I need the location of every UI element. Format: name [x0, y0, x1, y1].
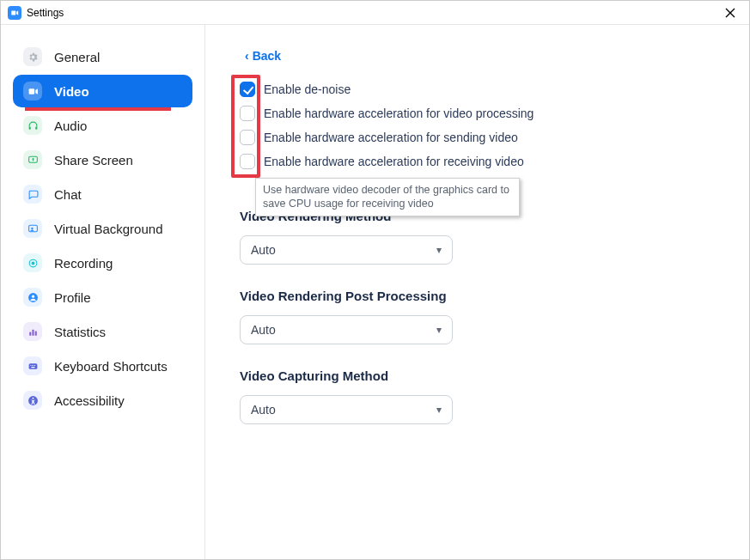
- chevron-left-icon: ‹: [245, 49, 249, 63]
- select-video-rendering-method[interactable]: Auto ▾: [240, 235, 453, 265]
- sidebar-item-audio[interactable]: Audio: [13, 109, 192, 142]
- check-row-denoise: Enable de-noise: [240, 82, 715, 97]
- svg-point-15: [30, 364, 31, 365]
- section-video-capturing-method: Video Capturing Method Auto ▾: [240, 368, 715, 424]
- sidebar-item-label: Profile: [54, 290, 91, 305]
- settings-window: Settings General Video: [0, 0, 750, 560]
- close-icon: [725, 8, 735, 18]
- checkbox-denoise[interactable]: [240, 82, 255, 97]
- profile-icon: [23, 288, 42, 307]
- checkbox-hw-sending[interactable]: [240, 130, 255, 145]
- gear-icon: [23, 47, 42, 66]
- sidebar-item-label: General: [54, 50, 100, 64]
- video-icon: [23, 82, 42, 100]
- tooltip-hw-receiving: Use hardware video decoder of the graphi…: [255, 178, 520, 216]
- titlebar: Settings: [1, 1, 749, 25]
- checkbox-hw-receiving[interactable]: [240, 154, 255, 169]
- titlebar-left: Settings: [8, 6, 64, 20]
- sidebar-item-share-screen[interactable]: Share Screen: [13, 143, 192, 176]
- chevron-down-icon: ▾: [436, 324, 442, 336]
- sidebar-item-virtual-background[interactable]: Virtual Background: [13, 212, 192, 245]
- section-heading: Video Rendering Post Processing: [240, 289, 715, 303]
- svg-rect-14: [28, 363, 37, 369]
- svg-rect-19: [31, 367, 34, 368]
- svg-rect-11: [29, 332, 31, 335]
- check-row-hw-sending: Enable hardware acceleration for sending…: [240, 130, 715, 145]
- checkbox-label: Enable hardware acceleration for receivi…: [264, 155, 524, 168]
- section-video-rendering-post-processing: Video Rendering Post Processing Auto ▾: [240, 289, 715, 344]
- checkbox-hw-processing[interactable]: [240, 106, 255, 121]
- checkbox-label: Enable hardware acceleration for video p…: [264, 107, 534, 120]
- svg-rect-3: [35, 126, 37, 129]
- select-value: Auto: [251, 403, 276, 417]
- sidebar-item-general[interactable]: General: [13, 40, 192, 73]
- checkbox-group: Enable de-noise Enable hardware accelera…: [240, 82, 715, 169]
- chevron-down-icon: ▾: [436, 404, 442, 416]
- section-video-rendering-method: Video Rendering Method Auto ▾: [240, 209, 715, 265]
- sidebar-item-label: Chat: [54, 187, 82, 202]
- sidebar-item-recording[interactable]: Recording: [13, 247, 192, 279]
- sidebar-item-statistics[interactable]: Statistics: [13, 315, 192, 348]
- sidebar-item-label: Recording: [54, 256, 113, 271]
- sidebar-item-label: Virtual Background: [54, 222, 162, 236]
- sidebar-item-label: Keyboard Shortcuts: [54, 359, 168, 374]
- sidebar-item-video[interactable]: Video: [13, 75, 192, 107]
- recording-icon: [23, 253, 42, 272]
- headphones-icon: [23, 116, 42, 135]
- sidebar-item-label: Statistics: [54, 325, 106, 339]
- close-button[interactable]: [718, 1, 742, 25]
- svg-point-17: [33, 364, 34, 365]
- svg-rect-12: [32, 329, 34, 335]
- statistics-icon: [23, 322, 42, 341]
- sidebar-item-accessibility[interactable]: Accessibility: [13, 384, 192, 417]
- svg-rect-1: [28, 88, 34, 94]
- svg-point-8: [31, 261, 34, 265]
- sidebar-item-label: Accessibility: [54, 393, 125, 408]
- sidebar: General Video Audio Share Screen: [1, 25, 205, 559]
- checkbox-label: Enable de-noise: [264, 82, 351, 96]
- sidebar-item-label: Video: [54, 84, 89, 99]
- chevron-down-icon: ▾: [436, 244, 442, 256]
- svg-point-10: [31, 295, 34, 297]
- select-value: Auto: [251, 323, 276, 337]
- sidebar-item-keyboard-shortcuts[interactable]: Keyboard Shortcuts: [13, 350, 192, 382]
- body: General Video Audio Share Screen: [1, 25, 749, 559]
- svg-point-16: [31, 364, 32, 365]
- svg-rect-0: [11, 10, 15, 15]
- select-video-capturing-method[interactable]: Auto ▾: [240, 395, 453, 424]
- virtual-bg-icon: [23, 219, 42, 238]
- chat-icon: [23, 185, 42, 204]
- sidebar-item-label: Audio: [54, 119, 87, 133]
- select-video-rendering-post-processing[interactable]: Auto ▾: [240, 315, 453, 344]
- back-label: Back: [253, 49, 281, 63]
- window-title: Settings: [27, 7, 64, 19]
- select-value: Auto: [251, 243, 276, 257]
- keyboard-icon: [23, 356, 42, 375]
- app-icon: [8, 6, 21, 20]
- svg-rect-13: [34, 331, 36, 335]
- section-heading: Video Capturing Method: [240, 368, 715, 383]
- svg-point-6: [31, 227, 33, 228]
- sidebar-item-profile[interactable]: Profile: [13, 281, 192, 313]
- share-screen-icon: [23, 150, 42, 169]
- sidebar-item-chat[interactable]: Chat: [13, 178, 192, 210]
- svg-point-18: [34, 364, 35, 365]
- accessibility-icon: [23, 391, 42, 410]
- main-panel: ‹ Back Enable de-noise Enable hardware a…: [205, 25, 749, 559]
- checkbox-label: Enable hardware acceleration for sending…: [264, 131, 518, 144]
- svg-point-21: [32, 397, 34, 399]
- check-row-hw-processing: Enable hardware acceleration for video p…: [240, 106, 715, 121]
- check-row-hw-receiving: Enable hardware acceleration for receivi…: [240, 154, 715, 169]
- sidebar-item-label: Share Screen: [54, 153, 133, 167]
- back-button[interactable]: ‹ Back: [245, 49, 281, 63]
- svg-rect-2: [28, 126, 30, 129]
